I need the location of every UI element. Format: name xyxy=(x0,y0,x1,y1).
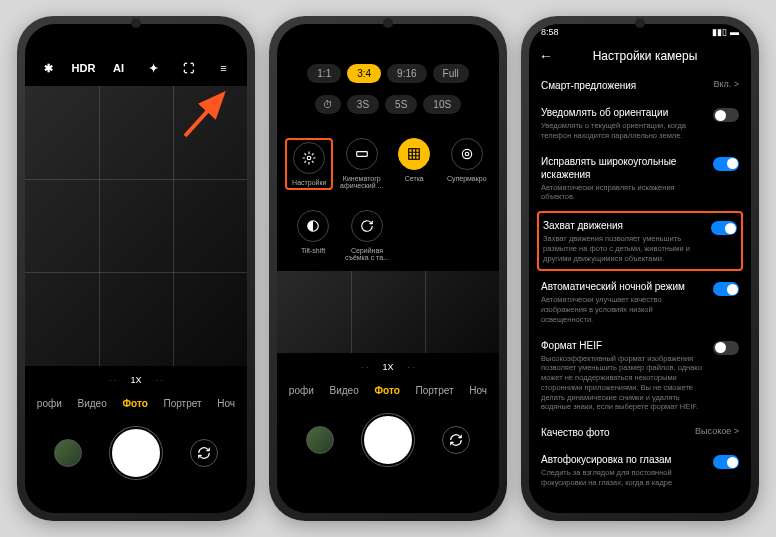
shutter-button[interactable] xyxy=(364,416,412,464)
ratio-full[interactable]: Full xyxy=(433,64,469,83)
setting-smart-suggestions[interactable]: Смарт-предложения Вкл. > xyxy=(539,72,741,99)
toggle-night[interactable] xyxy=(713,282,739,296)
option-burst[interactable]: Серийная съёмка с та... xyxy=(343,210,391,261)
timer-icon[interactable]: ⏱ xyxy=(315,95,341,114)
timer-5s[interactable]: 5S xyxy=(385,95,417,114)
timer-row: ⏱ 3S 5S 10S xyxy=(277,91,499,128)
setting-eye-autofocus[interactable]: Автофокусировка по глазам Следить за взг… xyxy=(539,446,741,495)
option-cinematic[interactable]: Кинематогр афический ... xyxy=(338,138,386,190)
svg-rect-4 xyxy=(409,149,420,160)
mode-selector[interactable]: рофи Видео Фото Портрет Ноч xyxy=(277,377,499,404)
ratio-3-4[interactable]: 3:4 xyxy=(347,64,381,83)
options-row-1: Настройки Кинематогр афический ... Сетка… xyxy=(277,128,499,200)
mode-photo[interactable]: Фото xyxy=(374,385,399,396)
timer-3s[interactable]: 3S xyxy=(347,95,379,114)
switch-camera-button[interactable] xyxy=(442,426,470,454)
camera-top-bar: ✱ HDR AI ✦ ⛶ ≡ xyxy=(25,50,247,86)
settings-screen: 8:58 ▮▮▯ ▬ ← Настройки камеры Смарт-пред… xyxy=(529,24,751,513)
zoom-selector[interactable]: · · 1X · · xyxy=(25,366,247,390)
toggle-distortion[interactable] xyxy=(713,157,739,171)
back-button[interactable]: ← xyxy=(539,48,553,64)
setting-heif[interactable]: Формат HEIF Высокоэффективный формат изо… xyxy=(539,332,741,420)
arrow-annotation xyxy=(177,84,237,144)
ratio-9-16[interactable]: 9:16 xyxy=(387,64,426,83)
options-row-2: Tilt-shift Серийная съёмка с та... xyxy=(277,200,499,271)
viewfinder-partial[interactable] xyxy=(277,271,499,353)
zoom-level[interactable]: 1X xyxy=(382,362,393,372)
mode-pro[interactable]: рофи xyxy=(37,398,62,409)
shutter-row xyxy=(25,417,247,489)
aspect-ratio-row: 1:1 3:4 9:16 Full xyxy=(277,56,499,91)
ratio-1-1[interactable]: 1:1 xyxy=(307,64,341,83)
gallery-thumbnail[interactable] xyxy=(54,439,82,467)
ai-button[interactable]: AI xyxy=(107,56,131,80)
option-settings[interactable]: Настройки xyxy=(285,138,333,190)
settings-header: ← Настройки камеры xyxy=(529,40,751,72)
setting-photo-quality[interactable]: Качество фото Высокое > xyxy=(539,419,741,446)
svg-point-10 xyxy=(465,152,469,156)
zoom-selector[interactable]: · · 1X · · xyxy=(277,353,499,377)
status-time: 8:58 xyxy=(541,27,559,37)
shutter-row xyxy=(277,404,499,476)
mode-selector[interactable]: рофи Видео Фото Портрет Ноч xyxy=(25,390,247,417)
phone-frame-2: 1:1 3:4 9:16 Full ⏱ 3S 5S 10S Настройки … xyxy=(269,16,507,521)
svg-point-9 xyxy=(462,149,471,158)
mode-pro[interactable]: рофи xyxy=(289,385,314,396)
mode-portrait[interactable]: Портрет xyxy=(416,385,454,396)
timer-10s[interactable]: 10S xyxy=(423,95,461,114)
svg-line-1 xyxy=(185,94,223,136)
setting-auto-night[interactable]: Автоматический ночной режим Автоматическ… xyxy=(539,273,741,331)
toggle-motion[interactable] xyxy=(711,221,737,235)
hdr-button[interactable]: HDR xyxy=(72,56,96,80)
page-title: Настройки камеры xyxy=(563,49,727,63)
svg-rect-3 xyxy=(357,152,368,157)
menu-icon[interactable]: ≡ xyxy=(212,56,236,80)
setting-orientation-notify[interactable]: Уведомлять об ориентации Уведомлять о те… xyxy=(539,99,741,148)
option-tiltshift[interactable]: Tilt-shift xyxy=(289,210,337,261)
phone-frame-3: 8:58 ▮▮▯ ▬ ← Настройки камеры Смарт-пред… xyxy=(521,16,759,521)
phone-frame-1: ✱ HDR AI ✦ ⛶ ≡ · · 1X · · xyxy=(17,16,255,521)
filter-icon[interactable]: ✦ xyxy=(142,56,166,80)
settings-list[interactable]: Смарт-предложения Вкл. > Уведомлять об о… xyxy=(529,72,751,512)
camera-screen: ✱ HDR AI ✦ ⛶ ≡ · · 1X · · xyxy=(25,24,247,513)
zoom-level[interactable]: 1X xyxy=(130,375,141,385)
camera-options-screen: 1:1 3:4 9:16 Full ⏱ 3S 5S 10S Настройки … xyxy=(277,24,499,513)
setting-wide-distortion[interactable]: Исправлять широкоугольные искажения Авто… xyxy=(539,148,741,210)
flash-icon[interactable]: ✱ xyxy=(37,56,61,80)
toggle-heif[interactable] xyxy=(713,341,739,355)
setting-motion-capture[interactable]: Захват движения Захват движения позволяе… xyxy=(537,211,743,271)
signal-icon: ▮▮▯ xyxy=(712,27,727,37)
scan-icon[interactable]: ⛶ xyxy=(177,56,201,80)
toggle-orientation[interactable] xyxy=(713,108,739,122)
status-icons: ▮▮▯ ▬ xyxy=(712,27,739,37)
mode-portrait[interactable]: Портрет xyxy=(164,398,202,409)
option-grid[interactable]: Сетка xyxy=(390,138,438,190)
option-supermacro[interactable]: Супермакро xyxy=(443,138,491,190)
battery-icon: ▬ xyxy=(730,27,739,37)
mode-video[interactable]: Видео xyxy=(330,385,359,396)
switch-camera-button[interactable] xyxy=(190,439,218,467)
mode-video[interactable]: Видео xyxy=(78,398,107,409)
mode-night[interactable]: Ноч xyxy=(217,398,235,409)
shutter-button[interactable] xyxy=(112,429,160,477)
toggle-eye-af[interactable] xyxy=(713,455,739,469)
svg-point-2 xyxy=(308,156,312,160)
mode-photo[interactable]: Фото xyxy=(122,398,147,409)
mode-night[interactable]: Ноч xyxy=(469,385,487,396)
gallery-thumbnail[interactable] xyxy=(306,426,334,454)
